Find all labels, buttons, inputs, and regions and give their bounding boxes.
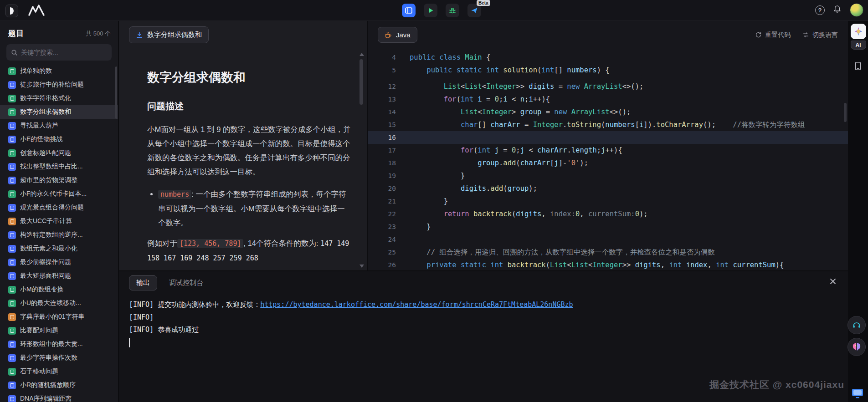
sidebar-item[interactable]: 最大矩形面积问题: [0, 269, 118, 283]
scroll-down-button[interactable]: [360, 265, 364, 268]
topbar: Beta ?: [0, 0, 868, 21]
sidebar-item[interactable]: DNA序列编辑距离: [0, 392, 118, 402]
code-text: }: [396, 220, 431, 233]
run-button[interactable]: [424, 4, 437, 17]
help-button[interactable]: ?: [815, 5, 825, 15]
code-text: for(int i = 0;i < n;i++){: [396, 93, 550, 106]
code-line[interactable]: 13 for(int i = 0;i < n;i++){: [368, 93, 848, 106]
sidebar-item[interactable]: 字典序最小的01字符串: [0, 310, 118, 324]
difficulty-icon: [8, 67, 16, 75]
code-line[interactable]: 12 List<List<Integer>> digits = new Arra…: [368, 80, 848, 93]
code-line[interactable]: 5 public static int solution(int[] numbe…: [368, 64, 848, 76]
problem-tab[interactable]: 数字分组求偶数和: [129, 26, 209, 43]
code-line[interactable]: 16: [368, 131, 848, 144]
sidebar-item[interactable]: 最大UCC子串计算: [0, 214, 118, 228]
sidebar-item[interactable]: 数字分组求偶数和: [0, 105, 118, 119]
language-tab[interactable]: Java: [378, 27, 417, 43]
reset-code-button[interactable]: 重置代码: [755, 31, 791, 39]
search-input[interactable]: [21, 49, 107, 56]
problem-scrollbar: [359, 53, 365, 268]
sidebar-item[interactable]: 找出整型数组中占比...: [0, 160, 118, 173]
code-line[interactable]: 15 char[] charArr = Integer.toString(num…: [368, 118, 848, 131]
param-code: numbers: [158, 190, 191, 199]
code-line[interactable]: 17 for(int j = 0;j < charArr.length;j++)…: [368, 144, 848, 157]
sidebar-item[interactable]: 数组元素之和最小化: [0, 242, 118, 255]
code-line[interactable]: 24: [368, 233, 848, 246]
sidebar-item[interactable]: 最少字符串操作次数: [0, 351, 118, 365]
code-line[interactable]: 25 // 组合选择，用递归、回溯的方法，从数字组中选择一个数字，并检查各位之和…: [368, 246, 848, 259]
sidebar-item[interactable]: 徒步旅行中的补给问题: [0, 78, 118, 92]
avatar[interactable]: [850, 3, 863, 17]
sidebar-title: 题目: [8, 28, 24, 39]
scroll-up-button[interactable]: [360, 53, 364, 56]
difficulty-icon: [8, 300, 16, 307]
sidebar-item[interactable]: 找单独的数: [0, 64, 118, 78]
code-line[interactable]: 23 }: [368, 220, 848, 233]
sidebar-item-label: 数字分组求偶数和: [20, 108, 71, 116]
sidebar-item[interactable]: 观光景点组合得分问题: [0, 201, 118, 214]
line-number: 19: [368, 169, 396, 182]
tab-output[interactable]: 输出: [129, 275, 157, 290]
tab-debug-console[interactable]: 调试控制台: [169, 279, 203, 287]
sidebar-item[interactable]: 创意标题匹配问题: [0, 146, 118, 160]
code-line[interactable]: 21 }: [368, 195, 848, 208]
support-chat-button[interactable]: [847, 316, 866, 334]
ai-assistant-button[interactable]: AI: [850, 24, 867, 50]
difficulty-icon: [8, 204, 16, 212]
editor-scrollbar-thumb[interactable]: [844, 103, 847, 122]
console-line: [INFO]: [129, 311, 848, 324]
difficulty-icon: [8, 272, 16, 280]
line-number: 12: [368, 80, 396, 93]
code-line[interactable]: 18 group.add(charArr[j]-'0');: [368, 157, 848, 169]
problem-list: 找单独的数徒步旅行中的补给问题数字字符串格式化数字分组求偶数和寻找最大葫芦小E的…: [0, 64, 118, 402]
switch-icon: [802, 31, 809, 38]
share-submit-button[interactable]: Beta: [467, 4, 481, 17]
bug-icon: [449, 7, 456, 14]
sidebar-item[interactable]: 小R的随机播放顺序: [0, 378, 118, 392]
sidebar-item[interactable]: 比赛配对问题: [0, 324, 118, 337]
code-text: // 组合选择，用递归、回溯的方法，从数字组中选择一个数字，并检查各位之和是否为…: [396, 246, 715, 259]
code-line[interactable]: 22 return backtrack(digits, index:0, cur…: [368, 208, 848, 220]
code-line[interactable]: 19 }: [368, 169, 848, 182]
line-number: 4: [368, 51, 396, 64]
sidebar-item-label: 创意标题匹配问题: [20, 149, 71, 157]
code-line[interactable]: 20 digits.add(group);: [368, 182, 848, 195]
open-panel-button[interactable]: [402, 4, 416, 17]
sidebar-item[interactable]: 小F的永久代币卡回本...: [0, 187, 118, 201]
brand-mountain-logo: [28, 4, 45, 18]
sidebar-item[interactable]: 小U的最大连续移动...: [0, 296, 118, 310]
sidebar-item-label: 环形数组中的最大贡...: [20, 340, 83, 348]
screen-share-icon[interactable]: [852, 388, 863, 401]
code-line[interactable]: 14 List<Integer> group = new ArrayList<>…: [368, 106, 848, 118]
problem-title: 数字分组求偶数和: [147, 69, 351, 86]
switch-language-button[interactable]: 切换语言: [802, 31, 838, 39]
problem-count: 共 500 个: [86, 30, 111, 38]
difficulty-icon: [8, 136, 16, 143]
example-array-code: [123, 456, 789]: [177, 239, 243, 248]
sidebar-item[interactable]: 小E的怪物挑战: [0, 132, 118, 146]
sidebar-item[interactable]: 数字字符串格式化: [0, 92, 118, 105]
practice-widget-button[interactable]: [850, 58, 866, 74]
debug-button[interactable]: [446, 4, 459, 17]
close-console-button[interactable]: [830, 278, 836, 286]
notifications-button[interactable]: [833, 5, 842, 15]
sidebar-item[interactable]: 环形数组中的最大贡...: [0, 337, 118, 351]
difficulty-icon: [8, 108, 16, 116]
problem-scrollbar-thumb[interactable]: [360, 59, 363, 105]
app-logo-icon[interactable]: [5, 5, 18, 17]
console-link[interactable]: https://bytedance.larkoffice.com/share/b…: [260, 300, 573, 309]
ai-brain-button[interactable]: [847, 338, 866, 356]
sidebar-item[interactable]: 构造特定数组的逆序...: [0, 228, 118, 242]
sidebar-item-label: 小E的怪物挑战: [20, 135, 62, 143]
search-box[interactable]: [6, 44, 112, 61]
sidebar-item[interactable]: 石子移动问题: [0, 365, 118, 378]
line-number: 5: [368, 64, 396, 76]
sidebar-scrollbar-thumb[interactable]: [115, 66, 117, 119]
sidebar-item[interactable]: 超市里的货物架调整: [0, 173, 118, 187]
sidebar-item[interactable]: 寻找最大葫芦: [0, 119, 118, 132]
code-text: }: [396, 169, 465, 182]
code-line[interactable]: 4public class Main {: [368, 51, 848, 64]
sidebar-item[interactable]: 最少前缀操作问题: [0, 255, 118, 269]
sidebar-item[interactable]: 小M的数组变换: [0, 283, 118, 296]
code-line[interactable]: 26 private static int backtrack(List<Lis…: [368, 259, 848, 270]
